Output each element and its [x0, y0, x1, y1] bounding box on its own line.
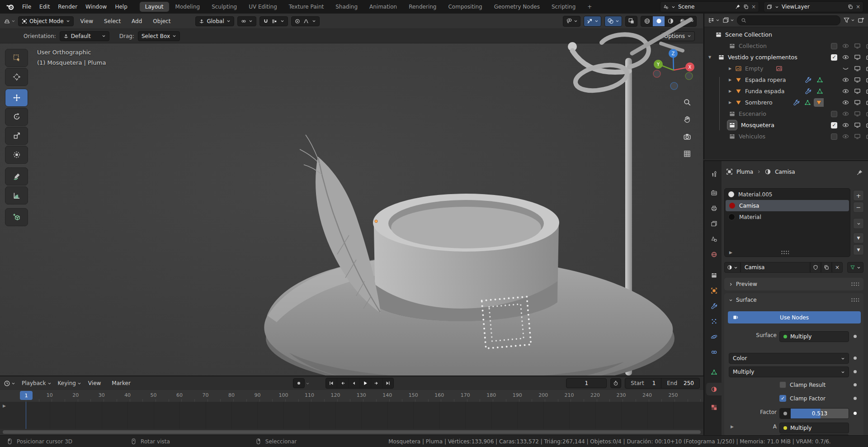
pin-icon[interactable]: [735, 4, 741, 10]
fake-user-button[interactable]: [810, 262, 821, 273]
tab-output[interactable]: [706, 202, 722, 214]
magnet-icon[interactable]: [263, 19, 269, 24]
timeline-ruler[interactable]: 1 10203040506070809010011012013014015016…: [0, 390, 703, 402]
chevron-down-icon[interactable]: [306, 381, 310, 385]
outliner-filter-id-dropdown[interactable]: [722, 17, 734, 24]
expand-arrow-icon[interactable]: ▶: [727, 100, 733, 105]
row-label[interactable]: Espada ropera: [745, 76, 786, 83]
camera-icon[interactable]: [866, 99, 868, 106]
camera-icon[interactable]: [866, 76, 868, 83]
a-input-selector[interactable]: Multiply: [779, 423, 849, 433]
shading-solid-button[interactable]: [653, 16, 665, 26]
tab-sculpting[interactable]: Sculpting: [206, 2, 242, 12]
tool-annotate[interactable]: [5, 167, 28, 185]
use-nodes-button[interactable]: Use Nodes: [728, 311, 861, 323]
tool-add-cube[interactable]: [5, 208, 28, 226]
outliner-row-empty[interactable]: ▶ Empty: [704, 63, 868, 74]
expand-arrow-icon[interactable]: ▶: [727, 89, 733, 93]
eye-icon[interactable]: [842, 122, 849, 128]
shading-material-button[interactable]: [665, 16, 676, 26]
drag-mode-dropdown[interactable]: Select Box: [138, 31, 180, 41]
panel-drag-grip[interactable]: [851, 298, 859, 302]
slot-move-up-button[interactable]: ▼: [853, 233, 864, 243]
shading-wireframe-button[interactable]: [641, 16, 653, 26]
eye-icon[interactable]: [842, 88, 849, 95]
show-gizmo-toggle[interactable]: [584, 16, 601, 27]
animate-dot[interactable]: [854, 412, 857, 415]
menu-window[interactable]: Window: [81, 4, 111, 10]
tab-tool[interactable]: [706, 167, 722, 180]
tool-transform[interactable]: [5, 146, 28, 164]
editor-type-button[interactable]: [4, 18, 15, 24]
tab-collection[interactable]: [706, 269, 722, 281]
clamp-result-row[interactable]: ✓ Clamp Result: [779, 381, 826, 388]
viewport-canvas[interactable]: [0, 43, 703, 376]
viewport-pan-button[interactable]: [681, 113, 693, 126]
camera-icon[interactable]: [866, 54, 868, 61]
viewlayer-name[interactable]: ViewLayer: [782, 4, 845, 10]
list-resize-grip[interactable]: [781, 250, 789, 255]
unlink-scene-icon[interactable]: ×: [751, 4, 756, 10]
color-input-dropdown[interactable]: Color: [729, 353, 849, 364]
frame-end-field[interactable]: End250: [661, 378, 699, 388]
camera-icon[interactable]: [866, 110, 868, 117]
breadcrumb-object[interactable]: Pluma: [736, 169, 753, 175]
list-expand-icon[interactable]: ▶: [729, 250, 732, 255]
frame-start-field[interactable]: Start1: [625, 378, 661, 388]
tab-geometry-nodes[interactable]: Geometry Nodes: [489, 2, 545, 12]
tool-scale[interactable]: [5, 127, 28, 145]
menu-view[interactable]: View: [76, 18, 97, 24]
proportional-editing-icon[interactable]: [295, 19, 300, 24]
copy-scene-icon[interactable]: [743, 4, 749, 10]
row-label[interactable]: Scene Collection: [725, 31, 772, 38]
viewport-zoom-button[interactable]: [681, 96, 693, 109]
row-label[interactable]: Escenario: [739, 110, 766, 117]
use-preview-range-toggle[interactable]: [610, 378, 621, 388]
row-label[interactable]: Sombrero: [745, 99, 773, 106]
axis-x-negative-ball[interactable]: [653, 70, 660, 77]
clamp-result-checkbox[interactable]: ✓: [779, 381, 786, 388]
copy-viewlayer-icon[interactable]: [848, 4, 853, 10]
add-slot-button[interactable]: +: [853, 190, 864, 201]
tab-modifiers[interactable]: [706, 300, 722, 312]
material-name-field[interactable]: Camisa: [741, 262, 810, 273]
clamp-factor-row[interactable]: ✓ Clamp Factor: [779, 395, 826, 402]
add-workspace-button[interactable]: +: [582, 2, 597, 12]
menu-file[interactable]: File: [18, 4, 35, 10]
slot-move-down-button[interactable]: ▼: [853, 244, 864, 255]
viewport-camera-button[interactable]: [681, 130, 693, 143]
tab-render[interactable]: [706, 186, 722, 199]
row-label[interactable]: Vehiculos: [739, 133, 765, 140]
eye-icon[interactable]: [842, 54, 849, 61]
factor-slider[interactable]: 0.513: [779, 408, 849, 419]
outliner-row-vestido[interactable]: ▼ Vestido y complementos ✓: [704, 52, 868, 63]
monitor-icon[interactable]: [854, 65, 861, 72]
outliner-row-escenario[interactable]: Escenario ✓: [704, 108, 868, 119]
blend-mode-dropdown[interactable]: Multiply: [729, 366, 849, 377]
tool-move[interactable]: [5, 89, 28, 107]
outliner-row-scene-collection[interactable]: Scene Collection: [704, 29, 868, 40]
row-label[interactable]: Collection: [739, 43, 767, 49]
camera-icon[interactable]: [866, 88, 868, 95]
tab-shading[interactable]: Shading: [330, 2, 363, 12]
surface-shader-selector[interactable]: Multiply: [779, 331, 849, 342]
tab-texture-paint[interactable]: Texture Paint: [283, 2, 329, 12]
tab-compositing[interactable]: Compositing: [443, 2, 487, 12]
exclude-checkbox[interactable]: ✓: [831, 122, 837, 128]
exclude-checkbox[interactable]: ✓: [831, 111, 837, 117]
current-frame-field[interactable]: 1: [566, 378, 607, 388]
menu-object[interactable]: Object: [149, 18, 175, 24]
clamp-factor-checkbox[interactable]: ✓: [779, 395, 786, 402]
tool-select-box[interactable]: [5, 49, 28, 67]
monitor-icon[interactable]: [854, 88, 861, 95]
tab-layout[interactable]: Layout: [140, 2, 169, 12]
outliner-search-input[interactable]: [737, 15, 840, 25]
node-tree-filter-dropdown[interactable]: [847, 262, 863, 273]
tool-measure[interactable]: [5, 186, 28, 204]
scene-name[interactable]: Scene: [678, 4, 732, 10]
menu-edit[interactable]: Edit: [35, 4, 54, 10]
transform-orientation-dropdown[interactable]: Global: [195, 16, 234, 26]
outliner-row-funda-espada[interactable]: ▶ Funda espada: [704, 86, 868, 97]
view-menu[interactable]: View: [84, 380, 105, 386]
tab-rendering[interactable]: Rendering: [403, 2, 442, 12]
